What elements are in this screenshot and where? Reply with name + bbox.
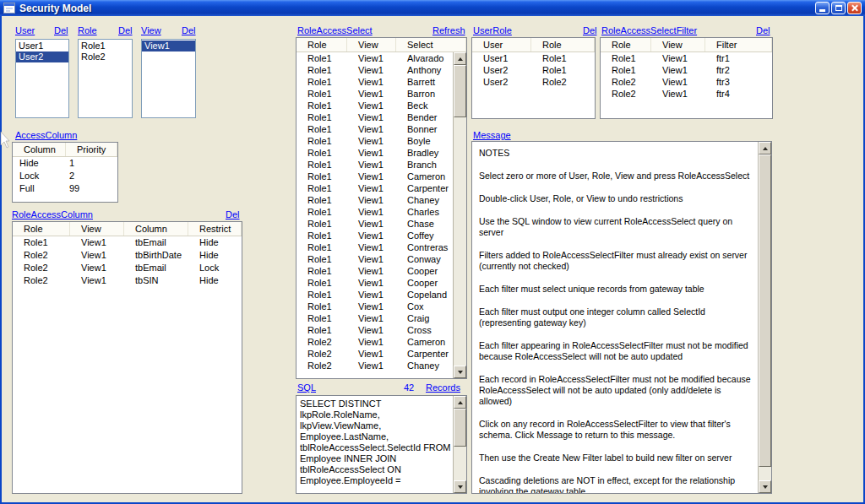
role-access-column-del-link[interactable]: Del xyxy=(226,209,240,220)
column-header[interactable]: Column xyxy=(124,222,188,236)
table-row[interactable]: Role1View1Boyle xyxy=(296,135,453,147)
message-link[interactable]: Message xyxy=(473,129,511,141)
table-row[interactable]: Lock2 xyxy=(13,170,117,182)
vertical-scrollbar[interactable] xyxy=(453,396,466,493)
table-row[interactable]: Role1View1ftr2 xyxy=(601,64,772,76)
scroll-down-button[interactable] xyxy=(454,480,466,493)
role-access-select-filter-link[interactable]: RoleAccessSelectFilter xyxy=(601,24,697,36)
view-listbox[interactable]: View1 xyxy=(141,39,196,118)
grid-body[interactable]: Role1View1tbEmailHideRole2View1tbBirthDa… xyxy=(13,236,242,493)
user-link[interactable]: User xyxy=(15,24,35,36)
column-header[interactable]: Role xyxy=(601,38,651,51)
scroll-thumb[interactable] xyxy=(759,154,771,467)
table-row[interactable]: Role2View1tbSINHide xyxy=(13,274,242,287)
role-access-column-link[interactable]: RoleAccessColumn xyxy=(12,209,93,220)
table-row[interactable]: Hide1 xyxy=(13,157,117,170)
view-link[interactable]: View xyxy=(141,24,161,36)
table-row[interactable]: Role1View1Coffey xyxy=(296,230,453,241)
table-row[interactable]: Role1View1Copeland xyxy=(296,289,453,301)
view-del-link[interactable]: Del xyxy=(182,24,196,36)
role-del-link[interactable]: Del xyxy=(118,24,133,36)
table-row[interactable]: Role1View1Cox xyxy=(296,301,453,312)
user-role-link[interactable]: UserRole xyxy=(473,24,512,36)
column-header[interactable]: View xyxy=(347,38,396,51)
table-row[interactable]: User1Role1 xyxy=(472,52,595,64)
role-access-select-filter-grid[interactable]: Role View Filter Role1View1ftr1Role1View… xyxy=(600,37,773,119)
access-column-grid[interactable]: Column Priority Hide1Lock2Full99 xyxy=(12,142,118,203)
table-row[interactable]: Role1View1tbEmailHide xyxy=(13,236,242,249)
table-row[interactable]: User2Role2 xyxy=(472,76,595,88)
table-row[interactable]: Role1View1Barron xyxy=(296,88,453,100)
table-row[interactable]: Role2View1tbEmailLock xyxy=(13,262,242,274)
scroll-up-button[interactable] xyxy=(759,142,771,154)
table-row[interactable]: Role1View1Chaney xyxy=(296,194,453,206)
table-row[interactable]: Role1View1Barrett xyxy=(296,76,453,88)
column-header[interactable]: Role xyxy=(531,38,595,51)
table-row[interactable]: Role1View1Contreras xyxy=(296,241,453,253)
table-row[interactable]: Role1View1Alvarado xyxy=(296,52,453,64)
table-row[interactable]: Role2View1Chaney xyxy=(296,360,453,371)
table-row[interactable]: Role1View1Cross xyxy=(296,324,453,336)
user-role-grid[interactable]: User Role User1Role1User2Role1User2Role2 xyxy=(471,37,596,119)
column-header[interactable]: Select xyxy=(396,38,466,51)
scroll-down-button[interactable] xyxy=(454,366,466,378)
role-access-select-filter-del-link[interactable]: Del xyxy=(756,24,770,36)
maximize-button[interactable] xyxy=(831,2,846,14)
scroll-up-button[interactable] xyxy=(454,52,466,65)
table-row[interactable]: Role1View1Carpenter xyxy=(296,182,453,194)
list-item-selected[interactable]: User2 xyxy=(16,51,68,62)
column-header[interactable]: View xyxy=(651,38,705,51)
column-header[interactable]: User xyxy=(472,38,531,51)
role-link[interactable]: Role xyxy=(78,24,97,36)
column-header[interactable]: View xyxy=(70,222,124,236)
list-item[interactable]: Role1 xyxy=(79,41,132,51)
table-row[interactable]: Role1View1Bonner xyxy=(296,123,453,135)
grid-body[interactable]: User1Role1User2Role1User2Role2 xyxy=(472,52,595,118)
table-row[interactable]: Role2View1ftr3 xyxy=(601,76,772,88)
vertical-scrollbar[interactable] xyxy=(758,142,771,493)
grid-body[interactable]: Hide1Lock2Full99 xyxy=(13,157,117,202)
role-access-select-grid[interactable]: Role View Select Role1View1AlvaradoRole1… xyxy=(296,37,467,379)
table-row[interactable]: Role1View1Cameron xyxy=(296,171,453,182)
list-item[interactable]: User1 xyxy=(16,41,68,51)
sql-box[interactable]: SELECT DISTINCTlkpRole.RoleName,lkpView.… xyxy=(296,395,467,494)
user-del-link[interactable]: Del xyxy=(54,24,68,36)
grid-body[interactable]: Role1View1ftr1Role1View1ftr2Role2View1ft… xyxy=(601,52,772,118)
table-row[interactable]: User2Role1 xyxy=(472,64,595,76)
scroll-thumb[interactable] xyxy=(454,65,466,117)
access-column-link[interactable]: AccessColumn xyxy=(15,129,77,141)
table-row[interactable]: Full99 xyxy=(13,182,117,195)
titlebar[interactable]: Security Model xyxy=(0,0,865,16)
sql-text[interactable]: SELECT DISTINCTlkpRole.RoleName,lkpView.… xyxy=(296,396,453,493)
column-header[interactable]: Restrict xyxy=(188,222,242,236)
role-access-select-link[interactable]: RoleAccessSelect xyxy=(297,24,373,36)
table-row[interactable]: Role1View1Bradley xyxy=(296,147,453,159)
scroll-thumb[interactable] xyxy=(454,409,466,447)
table-row[interactable]: Role1View1Anthony xyxy=(296,64,453,76)
column-header[interactable]: Role xyxy=(296,38,347,51)
scroll-down-button[interactable] xyxy=(759,480,771,493)
table-row[interactable]: Role1View1Beck xyxy=(296,100,453,111)
sql-link[interactable]: SQL xyxy=(297,382,316,393)
user-listbox[interactable]: User1 User2 xyxy=(15,39,69,118)
close-button[interactable] xyxy=(847,2,862,14)
column-header[interactable]: Filter xyxy=(705,38,772,51)
role-listbox[interactable]: Role1 Role2 xyxy=(78,39,133,118)
table-row[interactable]: Role1View1Conway xyxy=(296,253,453,265)
column-header[interactable]: Priority xyxy=(66,143,117,156)
list-item-selected[interactable]: View1 xyxy=(142,41,195,51)
vertical-scrollbar[interactable] xyxy=(453,52,466,378)
list-item[interactable]: Role2 xyxy=(79,51,132,62)
table-row[interactable]: Role1View1Branch xyxy=(296,159,453,171)
records-link[interactable]: Records xyxy=(426,382,460,393)
table-row[interactable]: Role2View1Carpenter xyxy=(296,348,453,360)
table-row[interactable]: Role1View1ftr1 xyxy=(601,52,772,64)
table-row[interactable]: Role1View1Charles xyxy=(296,206,453,218)
user-role-del-link[interactable]: Del xyxy=(583,24,597,36)
table-row[interactable]: Role1View1Cooper xyxy=(296,277,453,289)
table-row[interactable]: Role1View1Craig xyxy=(296,312,453,324)
refresh-link[interactable]: Refresh xyxy=(432,24,465,36)
table-row[interactable]: Role1View1Chase xyxy=(296,218,453,230)
column-header[interactable]: Role xyxy=(13,222,70,236)
grid-body[interactable]: Role1View1AlvaradoRole1View1AnthonyRole1… xyxy=(296,52,453,378)
